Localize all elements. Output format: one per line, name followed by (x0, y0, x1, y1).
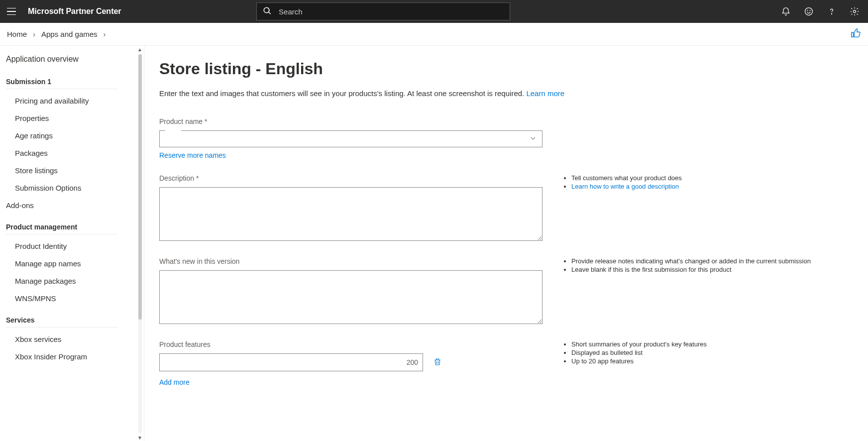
product-name-label: Product name * (159, 117, 542, 125)
breadcrumb-home[interactable]: Home (7, 30, 27, 38)
learn-more-link[interactable]: Learn more (526, 89, 564, 98)
sidebar-item-xbox-insider[interactable]: Xbox Insider Program (6, 348, 136, 365)
breadcrumb-bar: Home › Apps and games › (0, 23, 868, 46)
sidebar-group-product-management: Product management (6, 214, 118, 234)
sidebar-item-properties[interactable]: Properties (6, 110, 136, 127)
product-features-row: Product features 200 Add more Short summ… (159, 340, 853, 386)
page-title: Store listing - English (159, 60, 853, 78)
svg-point-0 (805, 8, 813, 15)
delete-feature-icon[interactable] (433, 357, 442, 368)
main-content: Store listing - English Enter the text a… (144, 46, 868, 441)
sidebar-item-packages[interactable]: Packages (6, 144, 136, 162)
sidebar-item-manage-packages[interactable]: Manage packages (6, 272, 136, 290)
chevron-right-icon: › (104, 30, 106, 38)
sidebar-group-submission: Submission 1 (6, 73, 118, 89)
chevron-right-icon: › (33, 30, 35, 38)
sidebar-item-submission-options[interactable]: Submission Options (6, 179, 136, 197)
reserve-more-names-link[interactable]: Reserve more names (159, 151, 226, 159)
chevron-down-icon (529, 134, 537, 144)
sidebar-item-product-identity[interactable]: Product Identity (6, 237, 136, 255)
product-name-select[interactable] (159, 130, 542, 147)
page-intro-text: Enter the text and images that customers… (159, 89, 526, 98)
description-label: Description * (159, 174, 542, 182)
notifications-icon[interactable] (780, 6, 791, 17)
features-tip-3: Up to 20 app features (571, 357, 853, 365)
add-more-features-link[interactable]: Add more (159, 378, 190, 386)
help-icon[interactable] (826, 6, 837, 17)
sidebar-item-pricing[interactable]: Pricing and availability (6, 92, 136, 110)
whats-new-row: What's new in this version Provide relea… (159, 257, 853, 326)
sidebar: Application overview Submission 1 Pricin… (0, 46, 136, 441)
sidebar-item-addons[interactable]: Add-ons (6, 197, 136, 214)
search-container (256, 2, 510, 20)
search-box[interactable] (256, 2, 510, 20)
description-tip-text: Tell customers what your product does (571, 174, 853, 182)
svg-point-2 (810, 10, 810, 11)
sidebar-group-services: Services (6, 307, 118, 328)
search-input[interactable] (279, 7, 504, 16)
whats-new-tip-2: Leave blank if this is the first submiss… (571, 266, 853, 273)
product-feature-input[interactable] (159, 353, 423, 371)
scroll-down-icon[interactable]: ▼ (137, 435, 142, 441)
sidebar-item-store-listings[interactable]: Store listings (6, 162, 136, 179)
description-textarea[interactable] (159, 187, 542, 241)
product-name-row: Product name * Reserve more names (159, 117, 853, 159)
description-tips: Tell customers what your product does Le… (562, 174, 853, 191)
sidebar-item-age-ratings[interactable]: Age ratings (6, 127, 136, 144)
main-layout: Application overview Submission 1 Pricin… (0, 46, 868, 441)
sidebar-item-xbox-services[interactable]: Xbox services (6, 331, 136, 348)
scroll-thumb[interactable] (138, 54, 142, 320)
feedback-smile-icon[interactable] (803, 6, 814, 17)
whats-new-label: What's new in this version (159, 257, 542, 265)
sidebar-scrollbar[interactable]: ▲ ▼ (136, 46, 144, 441)
settings-gear-icon[interactable] (849, 6, 860, 17)
scroll-up-icon[interactable]: ▲ (137, 47, 142, 52)
svg-point-3 (831, 13, 832, 14)
product-features-label: Product features (159, 340, 542, 348)
whats-new-tips: Provide release notes indicating what's … (562, 257, 853, 274)
sidebar-wrap: Application overview Submission 1 Pricin… (0, 46, 144, 441)
scroll-track[interactable] (138, 54, 142, 433)
sidebar-overview-link[interactable]: Application overview (6, 52, 136, 73)
top-header: Microsoft Partner Center (0, 0, 868, 23)
whats-new-tip-1: Provide release notes indicating what's … (571, 257, 853, 265)
svg-point-4 (854, 10, 856, 13)
svg-point-1 (807, 10, 808, 11)
features-tip-2: Displayed as bulleted list (571, 349, 853, 356)
product-features-tips: Short summaries of your product's key fe… (562, 340, 853, 366)
description-row: Description * Tell customers what your p… (159, 174, 853, 242)
features-tip-1: Short summaries of your product's key fe… (571, 340, 853, 348)
header-actions (780, 6, 863, 17)
whats-new-textarea[interactable] (159, 270, 542, 324)
breadcrumb-apps[interactable]: Apps and games (41, 30, 98, 38)
feature-char-count: 200 (407, 358, 418, 366)
breadcrumb: Home › Apps and games › (7, 30, 106, 38)
hamburger-menu-icon[interactable] (7, 5, 19, 17)
search-icon (263, 6, 279, 17)
sidebar-item-manage-app-names[interactable]: Manage app names (6, 255, 136, 272)
description-tip-link[interactable]: Learn how to write a good description (571, 183, 679, 190)
feedback-thumbs-up-icon[interactable] (850, 28, 861, 40)
brand-title[interactable]: Microsoft Partner Center (28, 7, 121, 16)
sidebar-item-wns-mpns[interactable]: WNS/MPNS (6, 290, 136, 307)
page-intro: Enter the text and images that customers… (159, 89, 853, 98)
